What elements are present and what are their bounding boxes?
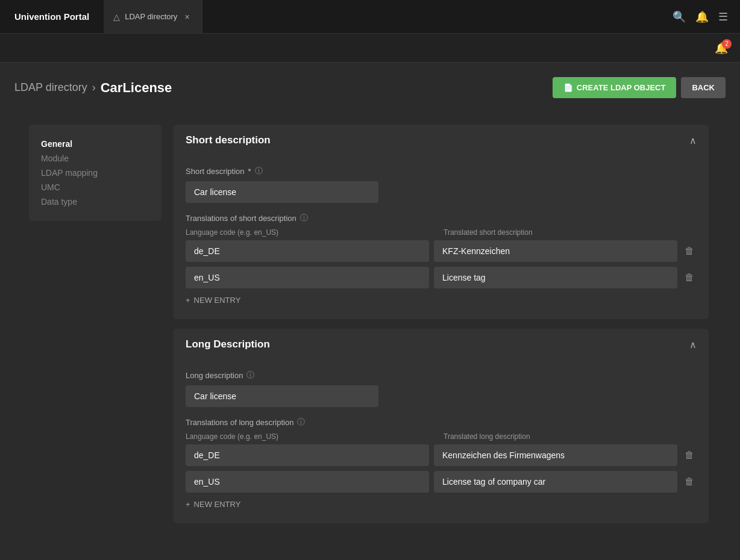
short-plus-icon: + [186, 296, 190, 305]
short-description-input[interactable] [186, 181, 378, 203]
long-description-body: Long description ⓘ Translations of long … [174, 370, 709, 523]
long-plus-icon: + [186, 500, 190, 509]
short-lang-input-0[interactable] [186, 240, 429, 262]
page-body: LDAP directory › CarLicense 📄 CREATE LDA… [0, 63, 740, 560]
short-delete-button-1[interactable]: 🗑 [682, 270, 697, 285]
main-content: Short description ∧ Short description * … [174, 125, 711, 560]
header-buttons: 📄 CREATE LDAP OBJECT BACK [553, 77, 726, 98]
breadcrumb-separator: › [92, 81, 96, 94]
translations-long-label: Translations of long description ⓘ [186, 417, 697, 428]
short-translation-row-0: 🗑 [186, 240, 697, 262]
long-desc-info-icon[interactable]: ⓘ [246, 370, 254, 381]
breadcrumb: LDAP directory › CarLicense [14, 80, 172, 96]
short-description-field-label: Short description * ⓘ [186, 166, 697, 176]
tabs-area: △ LDAP directory × [104, 0, 660, 33]
top-actions: 🔍 🔔 ☰ [660, 10, 740, 23]
long-translation-row-0: 🗑 [186, 444, 697, 466]
create-icon: 📄 [563, 83, 573, 92]
long-description-header[interactable]: Long Description ∧ [174, 329, 709, 360]
translations-short-info-icon[interactable]: ⓘ [300, 213, 308, 223]
tab-ldap-directory[interactable]: △ LDAP directory × [104, 0, 202, 33]
long-lang-input-1[interactable] [186, 471, 429, 493]
long-description-section: Long Description ∧ Long description ⓘ Tr… [174, 329, 709, 523]
top-bar: Univention Portal △ LDAP directory × 🔍 🔔… [0, 0, 740, 34]
back-button[interactable]: BACK [681, 77, 726, 98]
short-translations-header: Language code (e.g. en_US) Translated sh… [186, 228, 697, 237]
sidebar-item-general[interactable]: General [41, 137, 149, 151]
app-title: Univention Portal [0, 11, 104, 22]
short-delete-button-0[interactable]: 🗑 [682, 243, 697, 259]
tab-label: LDAP directory [125, 12, 177, 21]
create-ldap-object-button[interactable]: 📄 CREATE LDAP OBJECT [553, 77, 677, 98]
tab-close-button[interactable]: × [182, 11, 192, 23]
menu-button[interactable]: ☰ [718, 10, 728, 23]
short-description-title: Short description [186, 134, 271, 146]
create-button-label: CREATE LDAP OBJECT [577, 83, 666, 92]
breadcrumb-current: CarLicense [101, 80, 172, 96]
long-translation-row-1: 🗑 [186, 471, 697, 493]
long-translations-header: Language code (e.g. en_US) Translated lo… [186, 432, 697, 441]
long-lang-input-0[interactable] [186, 444, 429, 466]
short-description-section: Short description ∧ Short description * … [174, 125, 709, 319]
long-delete-button-0[interactable]: 🗑 [682, 447, 697, 463]
translations-short-label: Translations of short description ⓘ [186, 213, 697, 223]
long-description-input[interactable] [186, 385, 378, 407]
ldap-icon: △ [113, 12, 120, 22]
short-desc-info-icon[interactable]: ⓘ [255, 166, 263, 176]
search-button[interactable]: 🔍 [673, 10, 686, 23]
notification-button[interactable]: 🔔 2 [715, 42, 728, 55]
page-header: LDAP directory › CarLicense 📄 CREATE LDA… [14, 77, 726, 98]
short-val-input-0[interactable] [434, 240, 677, 262]
short-translations-table: Language code (e.g. en_US) Translated sh… [186, 228, 697, 307]
sidebar-item-ldap-mapping[interactable]: LDAP mapping [41, 166, 149, 180]
breadcrumb-parent[interactable]: LDAP directory [14, 81, 87, 94]
long-description-title: Long Description [186, 338, 270, 350]
long-description-chevron: ∧ [689, 339, 697, 350]
short-translation-row-1: 🗑 [186, 267, 697, 288]
long-val-input-1[interactable] [434, 471, 677, 493]
long-val-input-0[interactable] [434, 444, 677, 466]
short-lang-input-1[interactable] [186, 267, 429, 288]
long-description-field-label: Long description ⓘ [186, 370, 697, 381]
sidebar: General Module LDAP mapping UMC Data typ… [29, 125, 161, 221]
sidebar-item-module[interactable]: Module [41, 151, 149, 166]
long-new-entry-button[interactable]: + NEW ENTRY [186, 497, 240, 511]
sidebar-item-umc[interactable]: UMC [41, 180, 149, 194]
short-description-chevron: ∧ [689, 135, 697, 146]
sidebar-item-data-type[interactable]: Data type [41, 194, 149, 209]
bell-button[interactable]: 🔔 [695, 10, 709, 23]
short-description-body: Short description * ⓘ Translations of sh… [174, 166, 709, 319]
short-val-input-1[interactable] [434, 267, 677, 288]
short-new-entry-button[interactable]: + NEW ENTRY [186, 293, 240, 307]
translations-long-info-icon[interactable]: ⓘ [297, 417, 305, 428]
content-area: General Module LDAP mapping UMC Data typ… [14, 110, 726, 560]
short-description-header[interactable]: Short description ∧ [174, 125, 709, 156]
required-star: * [248, 167, 251, 176]
notification-badge: 2 [722, 39, 732, 49]
long-delete-button-1[interactable]: 🗑 [682, 474, 697, 490]
notification-bar: 🔔 2 [0, 34, 740, 63]
long-translations-table: Language code (e.g. en_US) Translated lo… [186, 432, 697, 511]
